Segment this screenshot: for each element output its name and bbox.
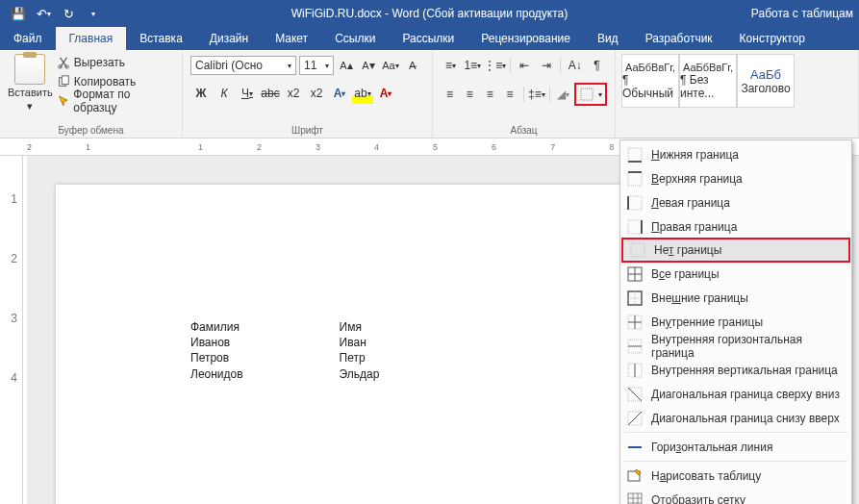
tab-layout[interactable]: Макет — [262, 27, 321, 50]
menu-border-outer[interactable]: Внешние границы — [620, 286, 851, 310]
strikethrough-button[interactable]: abc — [260, 83, 281, 104]
border-none-icon — [629, 241, 646, 259]
cell[interactable]: Имя — [340, 319, 380, 335]
svg-rect-4 — [581, 88, 593, 100]
redo-button[interactable]: ↻ — [58, 3, 79, 24]
tab-insert[interactable]: Вставка — [126, 27, 196, 50]
ruler-vertical[interactable]: 1234 — [6, 156, 23, 504]
grow-font-button[interactable]: A▴ — [337, 56, 356, 75]
borders-button[interactable] — [577, 86, 596, 103]
paste-button[interactable]: Вставить ▾ — [8, 54, 53, 113]
group-clipboard: Вставить ▾ Вырезать Копировать Формат по… — [0, 50, 183, 138]
menu-border-inner[interactable]: Внутренние границы — [620, 310, 851, 334]
subscript-button[interactable]: x2 — [283, 83, 304, 104]
clear-format-button[interactable]: A̶ — [403, 56, 422, 75]
bullets-button[interactable]: ≡▾ — [441, 55, 461, 76]
font-name-combo[interactable]: Calibri (Осно▾ — [190, 56, 296, 75]
tab-design[interactable]: Дизайн — [196, 27, 262, 50]
menu-border-inner-h[interactable]: Внутренняя горизонтальная граница — [620, 334, 851, 358]
align-left-button[interactable]: ≡ — [441, 84, 459, 105]
document-content[interactable]: Фамилия Иванов Петров Леонидов Имя Иван … — [190, 319, 671, 382]
menu-border-diag-up[interactable]: Диагональная граница снизу вверх — [620, 406, 851, 430]
style-normal[interactable]: АаБбВвГг, ¶ Обычный — [621, 54, 679, 108]
line-spacing-button[interactable]: ‡≡▾ — [527, 84, 545, 105]
tab-developer[interactable]: Разработчик — [632, 27, 726, 50]
draw-table-icon — [626, 467, 644, 485]
cell[interactable]: Петр — [340, 350, 380, 365]
paste-icon — [14, 54, 45, 85]
svg-rect-13 — [631, 243, 644, 257]
numbering-button[interactable]: 1≡▾ — [463, 55, 483, 76]
cell[interactable]: Фамилия — [190, 319, 243, 335]
style-no-spacing[interactable]: АаБбВвГг, ¶ Без инте... — [679, 54, 737, 108]
menu-border-all[interactable]: Все границы — [620, 262, 851, 286]
style-heading1[interactable]: АаБб Заголово — [737, 54, 795, 108]
qat-customize[interactable]: ▾ — [83, 3, 104, 24]
svg-rect-11 — [628, 220, 642, 234]
cell[interactable]: Петров — [190, 350, 243, 365]
italic-button[interactable]: К — [214, 83, 235, 104]
font-color-button[interactable]: A▾ — [375, 83, 396, 104]
format-painter-button[interactable]: Формат по образцу — [57, 92, 174, 110]
tab-mailings[interactable]: Рассылки — [389, 27, 467, 50]
menu-draw-table[interactable]: Нарисовать таблицу — [620, 464, 851, 488]
text-effects-button[interactable]: A▾ — [329, 83, 350, 104]
group-clipboard-label: Буфер обмена — [0, 125, 182, 136]
increase-indent-button[interactable]: ⇥ — [536, 55, 556, 76]
chevron-down-icon: ▾ — [27, 100, 33, 113]
border-inner-icon — [626, 314, 644, 331]
undo-button[interactable]: ↶▾ — [33, 3, 54, 24]
sort-button[interactable]: A↓ — [565, 55, 585, 76]
superscript-button[interactable]: x2 — [306, 83, 327, 104]
cell[interactable]: Иванов — [190, 335, 243, 350]
tab-review[interactable]: Рецензирование — [467, 27, 584, 50]
justify-button[interactable]: ≡ — [501, 84, 519, 105]
menu-horizontal-line[interactable]: Горизонтальная линия — [620, 435, 851, 459]
borders-dropdown[interactable]: ▾ — [596, 90, 604, 99]
menu-separator — [624, 432, 847, 433]
borders-button-highlight: ▾ — [574, 83, 607, 106]
cell[interactable]: Иван — [340, 335, 380, 350]
ribbon-tabs: Файл Главная Вставка Дизайн Макет Ссылки… — [0, 27, 859, 50]
menu-border-none[interactable]: Нет границы — [621, 238, 850, 263]
shading-button[interactable]: ◢▾ — [554, 84, 572, 105]
svg-rect-3 — [62, 76, 68, 85]
menu-border-top[interactable]: Верхняя граница — [620, 166, 851, 190]
cut-button[interactable]: Вырезать — [57, 54, 174, 71]
cell[interactable]: Леонидов — [190, 366, 243, 382]
bold-button[interactable]: Ж — [190, 83, 212, 104]
titlebar: 💾 ↶▾ ↻ ▾ WiFiGiD.RU.docx - Word (Сбой ак… — [0, 0, 859, 27]
borders-icon — [580, 88, 594, 101]
font-size-combo[interactable]: 11▾ — [299, 56, 334, 75]
align-center-button[interactable]: ≡ — [461, 84, 479, 105]
menu-border-bottom[interactable]: ННижняя границаижняя граница — [620, 142, 851, 166]
tab-view[interactable]: Вид — [584, 27, 632, 50]
shrink-font-button[interactable]: A▾ — [359, 56, 378, 75]
highlight-button[interactable]: ab▾ — [352, 83, 373, 104]
hline-icon — [626, 439, 644, 456]
quick-access-toolbar: 💾 ↶▾ ↻ ▾ — [0, 3, 112, 24]
tab-file[interactable]: Файл — [0, 27, 56, 50]
save-button[interactable]: 💾 — [8, 3, 29, 24]
tab-home[interactable]: Главная — [56, 27, 127, 50]
menu-border-right[interactable]: Правая граница — [620, 214, 851, 239]
cell[interactable]: Эльдар — [340, 366, 380, 382]
align-right-button[interactable]: ≡ — [481, 84, 499, 105]
svg-line-30 — [628, 412, 642, 425]
change-case-button[interactable]: Aa▾ — [381, 56, 400, 75]
menu-border-inner-v[interactable]: Внутренняя вертикальная граница — [620, 358, 851, 382]
decrease-indent-button[interactable]: ⇤ — [515, 55, 535, 76]
menu-border-diag-down[interactable]: Диагональная граница сверху вниз — [620, 382, 851, 406]
gridlines-icon — [626, 491, 644, 505]
diag-up-icon — [626, 410, 644, 427]
multilevel-button[interactable]: ⋮≡▾ — [485, 55, 506, 76]
tab-constructor[interactable]: Конструктор — [726, 27, 819, 50]
group-font-label: Шрифт — [183, 125, 432, 136]
show-marks-button[interactable]: ¶ — [587, 55, 607, 76]
underline-button[interactable]: Ч▾ — [237, 83, 258, 104]
tab-references[interactable]: Ссылки — [321, 27, 389, 50]
group-font: Calibri (Осно▾ 11▾ A▴ A▾ Aa▾ A̶ Ж К Ч▾ a… — [183, 50, 433, 138]
ribbon: Вставить ▾ Вырезать Копировать Формат по… — [0, 50, 859, 139]
border-left-icon — [626, 194, 644, 212]
menu-border-left[interactable]: Левая граница — [620, 190, 851, 214]
